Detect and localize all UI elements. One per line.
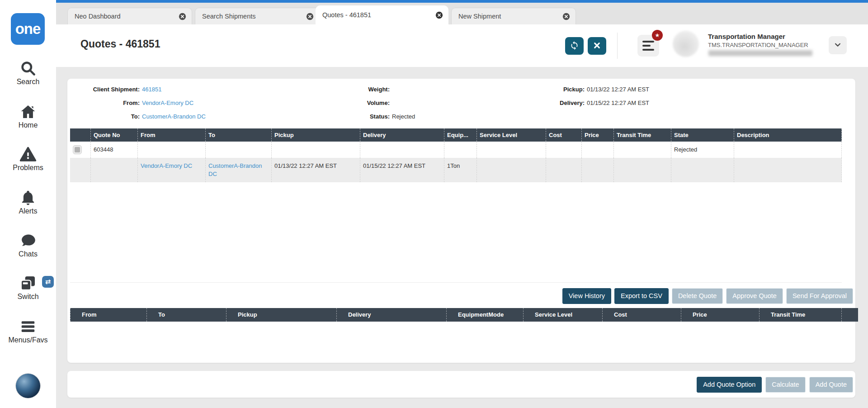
sidebar-item-menus-favs[interactable]: Menus/Favs [0, 318, 56, 344]
column-header[interactable]: To [205, 128, 271, 142]
option-equip-cell: 1Ton [444, 158, 476, 182]
status-label: Status: [321, 112, 390, 121]
sidebar-item-alerts[interactable]: Alerts [0, 189, 56, 215]
user-role-id: TMS.TRANSPORTATION_MANAGER [708, 42, 808, 48]
quotes-panel: Client Shipment: 461851 From: VendorA-Em… [67, 79, 855, 363]
sidebar-item-problems[interactable]: Problems [0, 146, 56, 172]
sidebar-item-label: Chats [0, 250, 56, 258]
column-header[interactable]: Pickup [271, 128, 360, 142]
tab-quotes-461851[interactable]: Quotes - 461851 [316, 5, 448, 24]
delivery-row: Delivery: 01/15/22 12:27 AM EST [515, 99, 649, 108]
home-icon [0, 103, 56, 120]
sidebar-item-label: Problems [0, 164, 56, 172]
add-quote-option-button[interactable]: Add Quote Option [697, 377, 762, 393]
column-header[interactable]: Price [681, 308, 759, 322]
add-quote-button[interactable]: Add Quote [809, 377, 853, 393]
view-history-button[interactable]: View History [562, 288, 611, 304]
switch-version-badge[interactable]: ⇄ [42, 276, 54, 288]
client-shipment-row: Client Shipment: 461851 [67, 85, 161, 94]
table-cell [581, 142, 613, 158]
delete-quote-button[interactable]: Delete Quote [672, 288, 723, 304]
close-icon[interactable] [306, 13, 314, 20]
weight-label: Weight: [321, 85, 390, 94]
quotes-table: Quote No From To Pickup Delivery Equip..… [70, 128, 842, 182]
table-cell [581, 158, 613, 182]
export-to-csv-button[interactable]: Export to CSV [614, 288, 669, 304]
content-area: Client Shipment: 461851 From: VendorA-Em… [56, 67, 868, 408]
column-header[interactable]: Delivery [336, 308, 446, 322]
sidebar-item-home[interactable]: Home [0, 103, 56, 129]
tab-search-shipments[interactable]: Search Shipments [195, 8, 320, 24]
option-pickup-cell: 01/13/22 12:27 AM EST [271, 158, 360, 182]
column-header[interactable]: Equip... [444, 128, 476, 142]
from-link[interactable]: VendorA-Emory DC [142, 100, 193, 106]
header-divider [617, 33, 618, 59]
page-header: Quotes - 461851 ★ Transportation Manager… [56, 24, 868, 67]
option-from-link[interactable]: VendorA-Emory DC [141, 162, 192, 169]
column-header[interactable]: From [137, 128, 205, 142]
table-cell [546, 158, 581, 182]
options-table-header: From To Pickup Delivery EquipmentMode Se… [70, 308, 858, 322]
tab-new-shipment[interactable]: New Shipment [451, 8, 576, 24]
bell-icon [0, 189, 56, 206]
quote-row[interactable]: 603448 Rejected [70, 142, 842, 158]
pickup-value: 01/13/22 12:27 AM EST [587, 85, 649, 94]
quote-option-row[interactable]: VendorA-Emory DC CustomerA-Brandon DC 01… [70, 158, 842, 182]
client-shipment-link[interactable]: 461851 [142, 86, 161, 93]
close-icon[interactable] [562, 13, 570, 20]
user-menu-dropdown-button[interactable] [829, 36, 847, 54]
status-value: Rejected [392, 112, 415, 121]
column-header[interactable]: Cost [546, 128, 581, 142]
close-icon[interactable] [179, 13, 186, 20]
column-header[interactable]: Description [734, 128, 842, 142]
sidebar-item-label: Menus/Favs [0, 336, 56, 344]
user-avatar-bottom[interactable] [16, 374, 40, 398]
weight-row: Weight: [321, 85, 392, 94]
tab-label: Neo Dashboard [75, 13, 174, 20]
column-header[interactable]: Quote No [90, 128, 137, 142]
column-header[interactable]: Price [581, 128, 613, 142]
sidebar-item-search[interactable]: Search [0, 60, 56, 86]
refresh-button[interactable] [565, 37, 584, 55]
sidebar-item-switch[interactable]: ⇄ Switch [0, 275, 56, 301]
close-icon[interactable] [435, 11, 443, 19]
table-cell [476, 158, 546, 182]
volume-label: Volume: [321, 99, 390, 108]
table-cell [271, 142, 360, 158]
refresh-icon [570, 41, 579, 52]
table-cell [613, 158, 671, 182]
state-cell: Rejected [671, 142, 734, 158]
column-header[interactable]: Cost [602, 308, 681, 322]
sidebar-item-label: Alerts [0, 207, 56, 215]
table-cell [734, 142, 842, 158]
column-header[interactable]: Service Level [523, 308, 602, 322]
menu-bars-icon [0, 318, 56, 335]
sidebar-item-chats[interactable]: Chats [0, 232, 56, 258]
column-header[interactable]: From [70, 308, 146, 322]
calculate-button[interactable]: Calculate [765, 377, 805, 393]
tab-neo-dashboard[interactable]: Neo Dashboard [67, 8, 192, 24]
column-header[interactable]: Pickup [226, 308, 336, 322]
tab-label: Quotes - 461851 [322, 11, 431, 19]
column-header[interactable]: State [671, 128, 734, 142]
user-avatar[interactable] [673, 31, 699, 57]
column-header[interactable]: Transit Time [613, 128, 671, 142]
to-link[interactable]: CustomerA-Brandon DC [142, 113, 206, 120]
table-cell [671, 158, 734, 182]
column-header[interactable]: Transit Time [759, 308, 842, 322]
select-column-header [70, 128, 90, 142]
column-header[interactable]: To [146, 308, 226, 322]
quotes-table-header: Quote No From To Pickup Delivery Equip..… [70, 128, 842, 142]
column-header[interactable]: EquipmentMode [446, 308, 523, 322]
warning-triangle-icon [0, 146, 56, 163]
approve-quote-button[interactable]: Approve Quote [726, 288, 783, 304]
close-view-button[interactable] [588, 37, 606, 55]
send-for-approval-button[interactable]: Send For Approval [786, 288, 853, 304]
column-header[interactable]: Service Level [476, 128, 546, 142]
from-row: From: VendorA-Emory DC [67, 99, 193, 108]
to-label: To: [67, 112, 140, 121]
option-to-link[interactable]: CustomerA-Brandon DC [208, 162, 262, 177]
one-network-logo[interactable]: one [11, 13, 45, 45]
row-checkbox[interactable] [73, 145, 82, 154]
column-header[interactable]: Delivery [360, 128, 444, 142]
